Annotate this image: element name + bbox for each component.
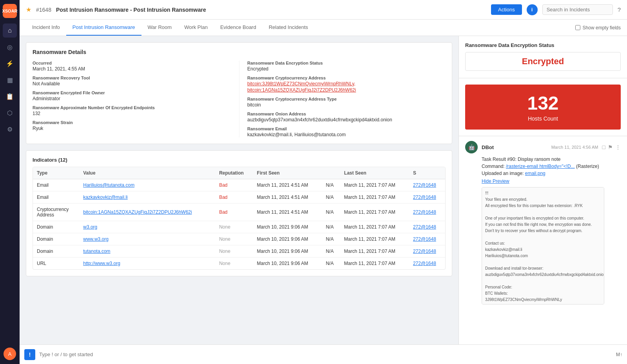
star-icon[interactable]: ★ xyxy=(26,6,31,13)
bot-expand-btn[interactable]: □ xyxy=(602,144,605,150)
td-source: 272@1648 xyxy=(409,179,445,191)
td-source: 272@1648 xyxy=(409,191,445,204)
td-reputation: None xyxy=(215,245,253,258)
indicator-value-link[interactable]: http://www.w3.org xyxy=(83,261,120,266)
table-row: Domain tutanota.com None March 10, 2021 … xyxy=(33,245,445,258)
td-last-seen: March 11, 2021 7:07 AM xyxy=(340,233,409,245)
ransomware-details-title: Ransomware Details xyxy=(33,49,446,55)
td-last-seen: March 11, 2021 7:07 AM xyxy=(340,191,409,204)
indicator-value-link[interactable]: tutanota.com xyxy=(83,249,110,254)
indicator-value-link[interactable]: kazkavkovkiz@mail.li xyxy=(83,195,128,200)
td-na: N/A xyxy=(322,191,340,204)
td-reputation: None xyxy=(215,233,253,245)
image-link[interactable]: email.png xyxy=(525,171,545,176)
bot-time: March 11, 2021 4:56 AM xyxy=(551,145,598,150)
sidebar-icon-home[interactable]: ⌂ xyxy=(3,23,17,38)
main-content: ★ #1648 Post Intrusion Ransomware - Post… xyxy=(20,0,627,364)
source-link[interactable]: 272@1648 xyxy=(413,182,436,188)
td-na: N/A xyxy=(322,233,340,245)
email-link-1[interactable]: kazkavkovkiz@mail.li xyxy=(247,132,292,137)
tab-war-room[interactable]: War Room xyxy=(141,20,178,36)
user-avatar[interactable]: A xyxy=(4,348,16,360)
td-last-seen: March 11, 2021 7:07 AM xyxy=(340,221,409,233)
sidebar-icon-dashboards[interactable]: ▦ xyxy=(3,73,17,87)
td-value: tutanota.com xyxy=(79,245,215,258)
table-row: Email Hariliuios@tutanota.com Bad March … xyxy=(33,179,445,191)
bottom-right-icon[interactable]: M↑ xyxy=(616,352,622,357)
col-last-seen: Last Seen xyxy=(340,167,409,179)
page-title: Post Intrusion Ransomware - Post Intrusi… xyxy=(56,7,486,13)
td-value: w3.org xyxy=(79,221,215,233)
indicator-value-link[interactable]: w3.org xyxy=(83,224,97,230)
td-source: 272@1648 xyxy=(409,258,445,270)
help-icon[interactable]: ? xyxy=(618,6,621,13)
tab-post-intrusion-ransomware[interactable]: Post Intrusion Ransomware xyxy=(66,20,141,36)
col-na xyxy=(322,167,340,179)
tab-evidence-board[interactable]: Evidence Board xyxy=(214,20,263,36)
show-empty-fields-checkbox[interactable] xyxy=(575,25,580,30)
td-na: N/A xyxy=(322,204,340,221)
source-link[interactable]: 272@1648 xyxy=(413,209,436,215)
td-na: N/A xyxy=(322,258,340,270)
actions-button[interactable]: Actions xyxy=(491,4,522,15)
email-link-2[interactable]: Hariliuios@tutanota.com xyxy=(294,132,346,137)
tab-work-plan[interactable]: Work Plan xyxy=(178,20,214,36)
sidebar-icon-reports[interactable]: 📋 xyxy=(3,89,17,103)
td-value: Hariliuios@tutanota.com xyxy=(79,179,215,191)
bot-more-btn[interactable]: ⋮ xyxy=(615,144,621,150)
source-link[interactable]: 272@1648 xyxy=(413,195,436,200)
bot-header: 🤖 DBot March 11, 2021 4:56 AM □ ⚑ ⋮ xyxy=(465,141,621,153)
table-header-row: Type Value Reputation First Seen Last Se… xyxy=(33,167,445,179)
indicators-card: Indicators (12) Type Value Reputation Fi… xyxy=(26,150,452,276)
td-first-seen: March 10, 2021 9:06 AM xyxy=(253,221,322,233)
source-link[interactable]: 272@1648 xyxy=(413,249,436,254)
tabs-right-controls: Show empty fields xyxy=(575,25,621,31)
td-last-seen: March 11, 2021 7:07 AM xyxy=(340,245,409,258)
td-reputation: Bad xyxy=(215,191,253,204)
source-link[interactable]: 272@1648 xyxy=(413,224,436,230)
command-link[interactable]: /rasterize-email htmlBody="<!D... xyxy=(506,164,575,169)
source-link[interactable]: 272@1648 xyxy=(413,261,436,266)
show-empty-fields-label: Show empty fields xyxy=(583,25,621,31)
source-link[interactable]: 272@1648 xyxy=(413,236,436,242)
exclaim-button[interactable]: ! xyxy=(24,349,35,360)
detail-encrypted-endpoints: Ransomware Approximate Number Of Encrypt… xyxy=(33,105,231,116)
td-type: Domain xyxy=(33,221,79,233)
xsoar-logo[interactable]: XSOAR xyxy=(3,4,17,18)
bot-name: DBot xyxy=(482,144,547,150)
indicator-value-link[interactable]: bitcoin:1AGNa15ZQXAZUgFiqJ2i7Z2DPU2J6hW6… xyxy=(83,209,192,215)
sidebar-icon-search[interactable]: ◎ xyxy=(3,40,17,54)
td-reputation: Bad xyxy=(215,204,253,221)
td-first-seen: March 11, 2021 4:51 AM xyxy=(253,204,322,221)
indicators-table: Type Value Reputation First Seen Last Se… xyxy=(33,167,445,269)
td-value: kazkavkovkiz@mail.li xyxy=(79,191,215,204)
detail-occurred: Occurred March 11, 2021, 4:55 AM xyxy=(33,61,231,72)
task-result-text: Task Result #90: Display ransom note xyxy=(482,157,621,162)
tab-incident-info[interactable]: Incident Info xyxy=(26,20,66,36)
td-type: Email xyxy=(33,179,79,191)
td-last-seen: March 11, 2021 7:07 AM xyxy=(340,179,409,191)
table-row: Domain w3.org None March 10, 2021 9:06 A… xyxy=(33,221,445,233)
detail-crypto-type: Ransomware Cryptocurrency Address Type b… xyxy=(247,97,446,108)
detail-recovery-tool: Ransomware Recovery Tool Not Available xyxy=(33,76,231,86)
command-text: Command: /rasterize-email htmlBody="<!D.… xyxy=(482,164,621,169)
encryption-status-widget: Ransomware Data Encryption Status Encryp… xyxy=(459,36,627,78)
td-value: www.w3.org xyxy=(79,233,215,245)
indicator-value-link[interactable]: www.w3.org xyxy=(83,236,109,242)
search-input[interactable] xyxy=(542,4,613,15)
bot-flag-btn[interactable]: ⚑ xyxy=(608,144,613,150)
sidebar-icon-marketplace[interactable]: ⬡ xyxy=(3,106,17,120)
td-type: CryptocurrencyAddress xyxy=(33,204,79,221)
tab-related-incidents[interactable]: Related Incidents xyxy=(263,20,314,36)
td-first-seen: March 10, 2021 9:06 AM xyxy=(253,245,322,258)
col-first-seen: First Seen xyxy=(253,167,322,179)
sidebar-icon-settings[interactable]: ⚙ xyxy=(3,122,17,136)
sidebar-icon-incidents[interactable]: ⚡ xyxy=(3,56,17,70)
indicator-value-link[interactable]: Hariliuios@tutanota.com xyxy=(83,182,134,188)
hide-preview-button[interactable]: Hide Preview xyxy=(482,178,621,184)
enc-status-value: Encrypted xyxy=(465,52,621,71)
info-button[interactable]: i xyxy=(527,4,538,15)
command-input[interactable] xyxy=(39,351,612,357)
email-preview: !!! Your files are encrypted. All encryp… xyxy=(482,187,604,305)
enc-status-title: Ransomware Data Encryption Status xyxy=(465,42,621,48)
